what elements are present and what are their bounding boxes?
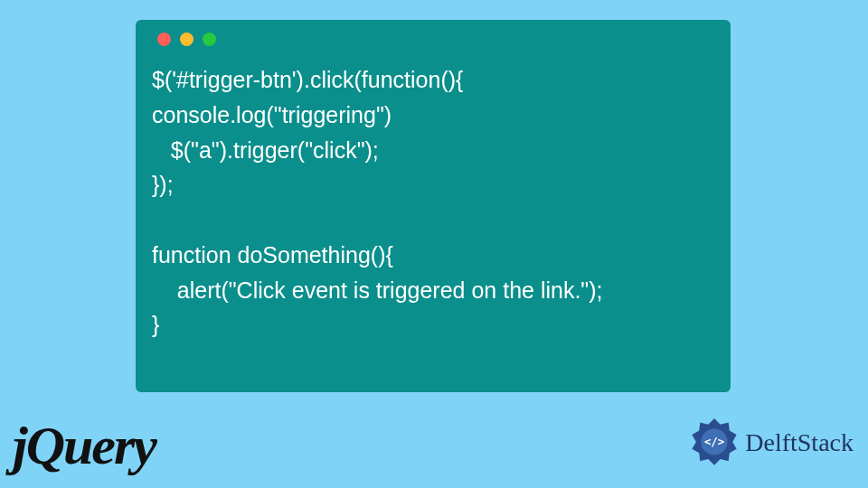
- window-controls: [157, 33, 714, 46]
- jquery-logo: jQuery: [13, 415, 156, 477]
- code-block: $('#trigger-btn').click(function(){ cons…: [152, 62, 714, 343]
- code-window: $('#trigger-btn').click(function(){ cons…: [136, 20, 731, 392]
- minimize-icon: [180, 33, 193, 46]
- svg-text:</>: </>: [704, 436, 724, 448]
- close-icon: [157, 33, 171, 46]
- maximize-icon: [203, 33, 216, 46]
- delftstack-logo: </> DelftStack: [689, 418, 854, 468]
- delftstack-label: DelftStack: [745, 428, 854, 457]
- delftstack-icon: </>: [689, 418, 740, 468]
